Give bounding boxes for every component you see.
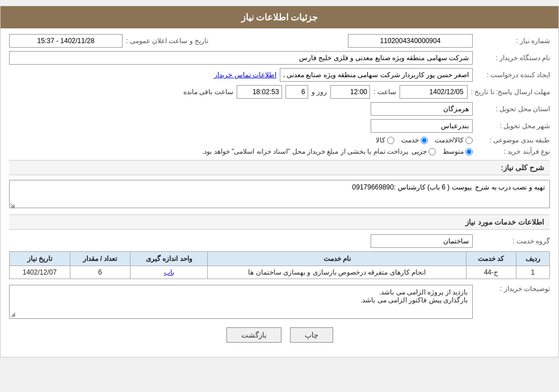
notes-resize-handle: ◢ — [11, 311, 15, 317]
buyer-notes-label: توضیحات خریدار : — [476, 285, 550, 293]
category-label-kala-khedmat: کالا/خدمت — [435, 136, 464, 144]
creator-row: ایجاد کننده درخواست : اطلاعات تماس خریدا… — [9, 68, 550, 82]
process-description: پرداخت تمام یا بخشی از مبلغ خریداز محل "… — [9, 147, 408, 155]
resize-handle-icon: ◢ — [10, 203, 15, 209]
category-label-kala: کالا — [376, 136, 385, 144]
back-button[interactable]: بازگشت — [226, 327, 281, 343]
category-radio-khedmat[interactable] — [421, 137, 428, 144]
public-announce-label: تاریخ و ساعت اعلان عمومی : — [126, 37, 208, 45]
buyer-name-row: نام دستگاه خریدار : — [9, 51, 550, 65]
service-section-title: اطلاعات خدمات مورد نیاز — [9, 214, 550, 230]
process-label-motavasset: متوسط — [443, 147, 464, 155]
buyer-notes-text: بازدید از پروژه الزامی می باشد.بارگذاری … — [14, 288, 468, 304]
description-row: تهیه و نصب درب به شرح پیوست ( 6 باب) کار… — [9, 180, 550, 210]
delivery-province-label: استان محل تحویل : — [476, 105, 550, 113]
buyer-name-label: نام دستگاه خریدار : — [476, 54, 550, 62]
deadline-day-label: روز و — [312, 88, 327, 96]
print-button[interactable]: چاپ — [290, 327, 333, 343]
service-group-input[interactable] — [371, 234, 473, 248]
province-row: استان محل تحویل : — [9, 102, 550, 116]
service-table-header-row: ردیف کد خدمت نام خدمت واحد اندازه گیری ت… — [10, 252, 550, 266]
col-unit: واحد اندازه گیری — [131, 252, 208, 266]
order-number-label: شماره نیاز : — [476, 37, 550, 45]
category-label-khedmat: خدمت — [401, 136, 419, 144]
page-title: جزئیات اطلاعات نیاز — [241, 12, 318, 22]
buyer-name-input[interactable] — [9, 51, 473, 65]
deadline-row: مهلت ارسال پاسخ: تا تاریخ : ساعت : روز و… — [9, 85, 550, 99]
process-radio-group: متوسط جزیی — [411, 147, 473, 155]
deadline-remain-label: ساعت باقی مانده — [183, 88, 233, 96]
delivery-city-label: شهر محل تحویل : — [476, 122, 550, 130]
deadline-remain-input[interactable] — [237, 85, 282, 99]
contact-link[interactable]: اطلاعات تماس خریدار — [214, 71, 276, 79]
col-service-name: نام خدمت — [208, 252, 466, 266]
creator-input[interactable] — [280, 68, 473, 82]
table-row: 1 ج-44 انجام کارهای متفرقه درخصوص بازساز… — [10, 266, 550, 279]
col-quantity: تعداد / مقدار — [70, 252, 130, 266]
col-row-num: ردیف — [516, 252, 549, 266]
cell-service-name: انجام کارهای متفرقه درخصوص بازسازی و بهس… — [208, 266, 466, 279]
order-number-input[interactable] — [348, 34, 473, 48]
deadline-label: مهلت ارسال پاسخ: تا تاریخ : — [471, 88, 550, 96]
process-label: نوع فرآیند خرید : — [476, 147, 550, 155]
bottom-buttons: چاپ بازگشت — [9, 327, 550, 343]
cell-unit: باب — [131, 266, 208, 279]
category-radio-kala-khedmat[interactable] — [465, 137, 473, 144]
category-radio-kala[interactable] — [387, 137, 394, 144]
buyer-notes-section: توضیحات خریدار : بازدید از پروژه الزامی … — [9, 285, 550, 319]
city-row: شهر محل تحویل : — [9, 119, 550, 133]
public-announce-input[interactable] — [9, 34, 123, 48]
process-option-jozi: جزیی — [411, 147, 436, 155]
delivery-province-input[interactable] — [371, 102, 473, 116]
process-row: نوع فرآیند خرید : متوسط جزیی پرداخت تمام… — [9, 147, 550, 155]
col-service-code: کد خدمت — [466, 252, 516, 266]
cell-row-num: 1 — [516, 266, 549, 279]
cell-date: 1402/12/07 — [10, 266, 70, 279]
service-table: ردیف کد خدمت نام خدمت واحد اندازه گیری ت… — [9, 251, 550, 279]
cell-quantity: 6 — [70, 266, 130, 279]
buyer-notes-area: بازدید از پروژه الزامی می باشد.بارگذاری … — [9, 285, 473, 319]
category-option-kala: کالا — [376, 136, 394, 144]
page-header: جزئیات اطلاعات نیاز — [1, 6, 558, 28]
process-radio-motavasset[interactable] — [465, 148, 473, 155]
delivery-city-input[interactable] — [371, 119, 473, 133]
page-container: جزئیات اطلاعات نیاز شماره نیاز : تاریخ و… — [0, 6, 559, 357]
category-option-khedmat: خدمت — [401, 136, 428, 144]
creator-label: ایجاد کننده درخواست : — [476, 71, 550, 79]
service-group-row: گروه خدمت : — [9, 234, 550, 248]
description-textarea[interactable]: تهیه و نصب درب به شرح پیوست ( 6 باب) کار… — [9, 180, 550, 208]
col-date: تاریخ نیاز — [10, 252, 70, 266]
deadline-days-input[interactable] — [285, 85, 308, 99]
category-row: طبقه بندی موضوعی : کالا/خدمت خدمت کالا — [9, 136, 550, 144]
category-label: طبقه بندی موضوعی : — [476, 136, 550, 144]
description-section-title: شرح کلی نیاز: — [9, 160, 550, 175]
deadline-time-input[interactable] — [330, 85, 370, 99]
category-radio-group: کالا/خدمت خدمت کالا — [376, 136, 473, 144]
service-table-body: 1 ج-44 انجام کارهای متفرقه درخصوص بازساز… — [10, 266, 550, 279]
deadline-date-input[interactable] — [400, 85, 468, 99]
cell-service-code: ج-44 — [466, 266, 516, 279]
process-label-jozi: جزیی — [411, 147, 427, 155]
process-option-motavasset: متوسط — [443, 147, 473, 155]
order-row: شماره نیاز : تاریخ و ساعت اعلان عمومی : — [9, 34, 550, 48]
service-table-head: ردیف کد خدمت نام خدمت واحد اندازه گیری ت… — [10, 252, 550, 266]
category-option-kala-khedmat: کالا/خدمت — [435, 136, 473, 144]
content-area: شماره نیاز : تاریخ و ساعت اعلان عمومی : … — [1, 28, 558, 357]
description-area: تهیه و نصب درب به شرح پیوست ( 6 باب) کار… — [9, 180, 550, 210]
service-group-label: گروه خدمت : — [476, 237, 550, 245]
deadline-time-label: ساعت : — [373, 88, 396, 96]
process-radio-jozi[interactable] — [428, 148, 436, 155]
